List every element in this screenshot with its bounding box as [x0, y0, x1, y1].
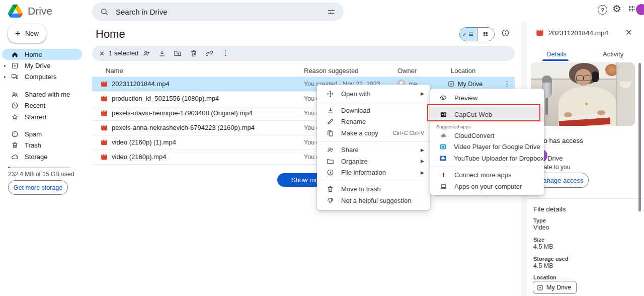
sidebar-item-trash[interactable]: Trash	[2, 140, 82, 151]
menu-item-label: Connect more apps	[454, 171, 538, 179]
sidebar-item-spam[interactable]: Spam	[2, 128, 82, 139]
menu-item-label: Preview	[454, 94, 538, 102]
list-view-button[interactable]: ✓	[460, 28, 477, 41]
menu-item-not-helpful[interactable]: Not a helpful suggestion	[317, 195, 430, 206]
file-name: pexels-otavio-henrique-17903408 (Origina…	[112, 109, 253, 117]
get-more-storage-button[interactable]: Get more storage	[8, 180, 68, 195]
search-filter-icon[interactable]	[327, 8, 336, 16]
drive-logo-icon	[8, 5, 23, 18]
menu-item-label: Apps on your computer	[454, 183, 538, 190]
sidebar-item-label: Recent	[25, 102, 45, 109]
menu-item-download[interactable]: Download	[317, 105, 430, 116]
menu-item-preview[interactable]: Preview	[430, 92, 544, 103]
menu-item-share[interactable]: Share ▶	[317, 144, 430, 156]
more-vertical-icon: ⋮	[222, 48, 229, 57]
search-input[interactable]: Search in Drive	[116, 8, 327, 16]
sidebar-item-starred[interactable]: Starred	[2, 111, 82, 122]
download-button[interactable]	[158, 49, 166, 57]
pencil-icon	[326, 118, 334, 125]
sidebar-item-my-drive[interactable]: ▸ My Drive	[2, 60, 82, 71]
menu-item-make-a-copy[interactable]: Make a copy Ctrl+C Ctrl+V	[317, 127, 430, 138]
trash-icon	[11, 141, 19, 149]
folder-icon	[326, 158, 334, 165]
sidebar-item-computers[interactable]: ▸ Computers	[2, 71, 82, 83]
search-icon	[100, 8, 109, 16]
thumbnail-hand	[564, 112, 572, 117]
move-to-folder-button[interactable]	[174, 49, 182, 57]
menu-item-file-information[interactable]: File information ▶	[317, 167, 430, 178]
settings-button[interactable]: ⚙	[612, 4, 621, 14]
column-header-name[interactable]: Name	[106, 67, 123, 75]
trash-button[interactable]	[190, 49, 198, 57]
menu-item-label: Open with	[341, 90, 414, 98]
people-icon	[11, 91, 19, 98]
sidebar-item-label: Shared with me	[25, 91, 70, 98]
sidebar-item-label: Spam	[25, 130, 42, 138]
grid-view-button[interactable]	[477, 28, 495, 41]
panel-scrollbar[interactable]	[638, 63, 641, 211]
help-button[interactable]: ?	[598, 5, 607, 15]
check-icon: ✓	[462, 32, 466, 37]
sidebar-item-storage[interactable]: Storage	[2, 151, 82, 162]
new-button[interactable]: + New	[8, 24, 46, 43]
tab-details[interactable]: Details	[546, 50, 567, 58]
panel-divider	[527, 198, 644, 199]
star-icon	[11, 113, 19, 121]
share-button[interactable]	[142, 49, 150, 57]
clear-selection-button[interactable]: ✕	[99, 49, 105, 58]
menu-item-youtube-uploader[interactable]: YouTube Uploader for Dropbox, Drive	[430, 153, 544, 164]
menu-item-rename[interactable]: Rename	[317, 116, 430, 127]
context-menu: Open with ▶ Download Rename Make	[317, 85, 430, 210]
column-header-reason[interactable]: Reason suggested	[304, 67, 358, 75]
menu-item-apps-on-computer[interactable]: Apps on your computer	[430, 181, 544, 192]
more-actions-button[interactable]: ⋮	[222, 48, 229, 57]
sidebar-item-home[interactable]: Home	[2, 49, 82, 60]
my-drive-icon	[11, 62, 19, 69]
video-file-icon	[101, 110, 108, 117]
storage-used-value: 4.5 MB	[533, 262, 553, 269]
menu-item-connect-more-apps[interactable]: Connect more apps	[430, 170, 544, 181]
tab-activity[interactable]: Activity	[603, 50, 623, 58]
nav-divider-gap	[0, 83, 85, 89]
sidebar-item-recent[interactable]: Recent	[2, 100, 82, 111]
video-thumbnail[interactable]	[531, 62, 635, 126]
menu-item-label: Move to trash	[341, 185, 424, 193]
menu-item-video-player[interactable]: Video Player for Google Drive	[430, 141, 544, 153]
menu-item-move-to-trash[interactable]: Move to trash	[317, 184, 430, 195]
capcut-icon	[439, 111, 447, 118]
get-link-button[interactable]	[205, 49, 213, 57]
clock-icon	[11, 102, 19, 109]
video-file-icon	[101, 124, 108, 131]
close-panel-button[interactable]: ✕	[625, 28, 632, 37]
search-bar[interactable]: Search in Drive	[92, 3, 344, 21]
row-more-actions-button[interactable]: ⋮	[504, 80, 511, 88]
menu-item-cloudconvert[interactable]: CloudConvert	[430, 130, 544, 141]
details-info-button[interactable]	[501, 29, 510, 37]
thumbnail-headphones	[592, 71, 599, 82]
thumbnail-necklace	[585, 103, 588, 105]
app-name: Drive	[28, 5, 52, 17]
expand-caret-icon[interactable]: ▸	[4, 75, 6, 79]
plus-icon	[439, 171, 447, 179]
menu-item-capcut-web[interactable]: CapCut-Web	[430, 107, 544, 122]
location-label: Location	[533, 274, 556, 280]
chevron-right-icon: ▶	[421, 147, 424, 153]
storage-progress-fill	[8, 167, 10, 168]
column-header-location[interactable]: Location	[451, 67, 475, 75]
thumb-down-icon	[326, 197, 334, 204]
menu-item-open-with[interactable]: Open with ▶	[317, 88, 430, 99]
location-chip[interactable]: My Drive	[533, 281, 577, 294]
person-add-icon	[326, 146, 334, 154]
video-file-icon	[101, 81, 108, 88]
menu-item-label: Make a copy	[341, 129, 386, 137]
menu-item-label: CloudConvert	[454, 132, 538, 139]
expand-caret-icon[interactable]: ▸	[4, 63, 6, 68]
sidebar-item-shared-with-me[interactable]: Shared with me	[2, 89, 82, 100]
apps-grid-button[interactable]	[628, 6, 635, 12]
column-header-owner[interactable]: Owner	[397, 67, 417, 75]
nav-divider-gap	[0, 122, 85, 128]
file-name: pexels-anna-nekrashevich-6794223 (2160p)…	[112, 124, 255, 131]
menu-item-organize[interactable]: Organize ▶	[317, 156, 430, 167]
computers-icon	[11, 73, 19, 81]
profile-avatar[interactable]	[636, 4, 644, 15]
